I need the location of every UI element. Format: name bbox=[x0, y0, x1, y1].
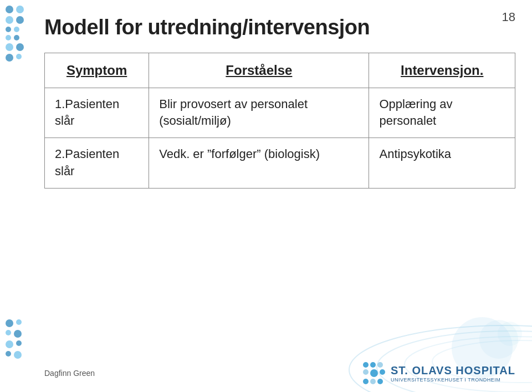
header-symptom: Symptom bbox=[45, 53, 149, 88]
hospital-logo-dots bbox=[363, 362, 385, 384]
hospital-name: ST. OLAVS HOSPITAL UNIVERSITETSSYKEHUSET… bbox=[391, 364, 515, 383]
hospital-name-main: ST. OLAVS HOSPITAL bbox=[391, 364, 515, 377]
footer-author: Dagfinn Green bbox=[44, 369, 95, 378]
table-row: 1.Pasienten slår Blir provosert av perso… bbox=[45, 88, 515, 138]
table-header-row: Symptom Forståelse Intervensjon. bbox=[45, 53, 515, 88]
symptom-1: 1.Pasienten slår bbox=[45, 88, 149, 138]
forstaelse-1: Blir provosert av personalet (sosialt/mi… bbox=[149, 88, 369, 138]
hospital-logo: ST. OLAVS HOSPITAL UNIVERSITETSSYKEHUSET… bbox=[363, 362, 515, 384]
header-forstaelse: Forståelse bbox=[149, 53, 369, 88]
symptom-2: 2.Pasienten slår bbox=[45, 138, 149, 189]
content-table: Symptom Forståelse Intervensjon. 1.Pasie… bbox=[44, 53, 515, 189]
decorative-dots-bottomleft bbox=[6, 319, 22, 359]
footer: Dagfinn Green ST. OLAVS HOSPITAL UNIVERS bbox=[44, 362, 515, 384]
hospital-name-sub: UNIVERSITETSSYKEHUSET I TRONDHEIM bbox=[391, 377, 515, 383]
slide-title: Modell for utredning/intervensjon bbox=[44, 16, 515, 39]
intervensjon-2: Antipsykotika bbox=[369, 138, 515, 189]
table-row: 2.Pasienten slår Vedk. er ”forfølger” (b… bbox=[45, 138, 515, 189]
main-content: Modell for utredning/intervensjon Sympto… bbox=[44, 6, 515, 348]
decorative-dots-topleft bbox=[6, 6, 39, 116]
header-intervensjon: Intervensjon. bbox=[369, 53, 515, 88]
intervensjon-1: Opplæring av personalet bbox=[369, 88, 515, 138]
forstaelse-2: Vedk. er ”forfølger” (biologisk) bbox=[149, 138, 369, 189]
